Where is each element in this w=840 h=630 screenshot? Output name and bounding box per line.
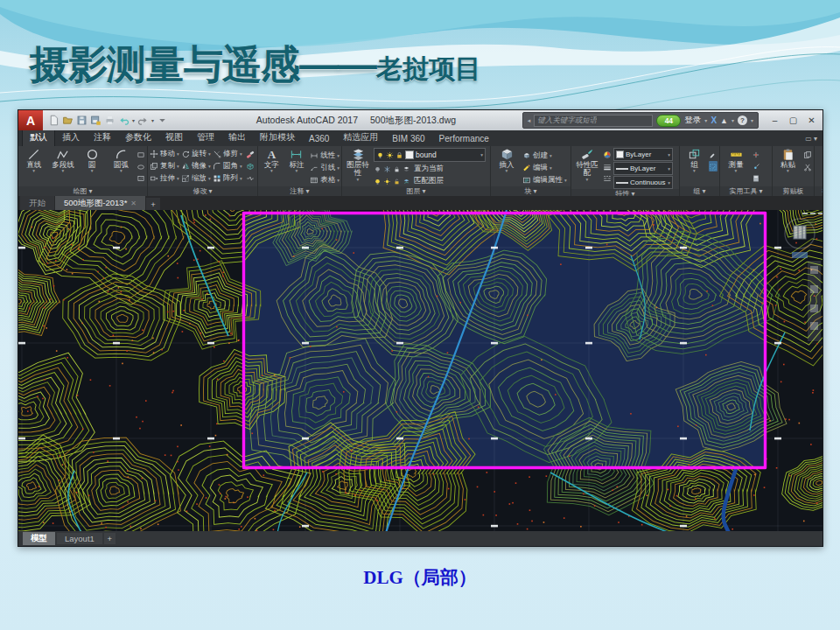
panel-title-utilities[interactable]: 实用工具 ▾ <box>720 186 772 196</box>
open-file-button[interactable] <box>62 115 74 126</box>
ribbon-tab-BIM 360[interactable]: BIM 360 <box>385 132 431 146</box>
panel-title-properties[interactable]: 特性 ▾ <box>571 189 679 196</box>
property-select-1[interactable]: ByLayer▾ <box>613 162 673 175</box>
panel-title-layers[interactable]: 图层 ▾ <box>342 186 490 196</box>
button-编辑[interactable]: 编辑▾ <box>522 162 567 173</box>
layer-unlock-button[interactable] <box>393 176 401 186</box>
calc-button[interactable] <box>752 173 760 183</box>
ellipse-button[interactable] <box>136 161 145 171</box>
group-select-button[interactable] <box>709 161 718 171</box>
button-拉伸[interactable]: 拉伸▾ <box>150 173 181 185</box>
panel-title-modify[interactable]: 修改 ▾ <box>148 186 257 196</box>
button-置为当前[interactable]: 置为当前 <box>414 164 444 174</box>
ribbon-tab-管理[interactable]: 管理 <box>190 130 221 146</box>
ribbon-tab-Performance[interactable]: Performance <box>432 132 496 146</box>
layout-tab-模型[interactable]: 模型 <box>23 532 55 545</box>
ribbon-tab-参数化[interactable]: 参数化 <box>118 130 158 146</box>
point-button[interactable] <box>752 150 760 159</box>
chevron-down-icon[interactable]: ▾ <box>132 117 135 123</box>
button-测量[interactable]: 测量▾ <box>722 148 750 174</box>
layer-match-button[interactable] <box>402 176 410 186</box>
customize-button[interactable] <box>157 115 168 126</box>
file-tab-500地形图-2013*[interactable]: 500地形图-2013*✕ <box>55 196 145 210</box>
layout-tab-Layout1[interactable]: Layout1 <box>57 533 102 544</box>
chevron-down-icon[interactable]: ▾ <box>732 117 734 123</box>
button-镜像[interactable]: 镜像▾ <box>181 161 213 172</box>
layer-dropdown[interactable]: bound▾ <box>374 148 486 162</box>
rectangle-button[interactable] <box>136 150 145 159</box>
button-修剪[interactable]: 修剪▾ <box>213 149 244 160</box>
ribbon-tab-精选应用[interactable]: 精选应用 <box>336 130 385 146</box>
save-button[interactable] <box>76 115 88 126</box>
linetype-button[interactable] <box>603 173 612 183</box>
ribbon-tab-插入[interactable]: 插入 <box>55 130 87 146</box>
layer-off-button[interactable] <box>374 164 382 173</box>
erase-button[interactable] <box>246 150 255 159</box>
panel-title-groups[interactable]: 组 ▾ <box>680 186 719 196</box>
panel-title-annotation[interactable]: 注释 ▾ <box>258 186 341 196</box>
chevron-down-icon[interactable]: ▾ <box>751 117 753 123</box>
chevron-down-icon[interactable]: ▾ <box>704 117 707 123</box>
button-引线[interactable]: 引线▾ <box>310 162 340 173</box>
button-线性[interactable]: 线性▾ <box>310 150 340 161</box>
button-创建[interactable]: 创建▾ <box>522 150 567 161</box>
button-图层特性[interactable]: 图层特性▾ <box>344 148 372 182</box>
button-圆弧[interactable]: 圆弧▾ <box>108 148 135 174</box>
button-直线[interactable]: 直线▾ <box>20 148 47 174</box>
property-select-2[interactable]: Continuous▾ <box>613 176 673 189</box>
restore-button[interactable]: ▢ <box>784 116 802 125</box>
button-特性匹配[interactable]: 特性匹配▾ <box>573 148 601 182</box>
help-icon[interactable]: ? <box>738 116 747 125</box>
ribbon-tab-A360[interactable]: A360 <box>302 132 336 146</box>
copy-clip-button[interactable] <box>803 150 812 159</box>
button-粘贴[interactable]: 粘贴▾ <box>774 148 802 174</box>
button-组[interactable]: 组▾ <box>682 148 707 174</box>
button-缩放[interactable]: 缩放▾ <box>181 173 213 185</box>
redo-button[interactable] <box>137 115 149 126</box>
break-button[interactable] <box>246 173 255 183</box>
new-layout-tab[interactable]: + <box>104 533 116 544</box>
panel-title-clipboard[interactable]: 剪贴板 <box>773 186 814 196</box>
ribbon-tab-输出[interactable]: 输出 <box>221 130 253 146</box>
button-旋转[interactable]: 旋转▾ <box>181 149 213 160</box>
signin-button[interactable]: 登录 <box>684 115 701 126</box>
button-基点[interactable]: 基点▾ <box>816 148 822 174</box>
lineweight-button[interactable] <box>603 161 612 171</box>
button-圆[interactable]: 圆▾ <box>79 148 106 174</box>
id-point-button[interactable] <box>752 161 760 171</box>
file-tab-开始[interactable]: 开始 <box>20 196 54 210</box>
color-wheel-button[interactable] <box>603 150 612 159</box>
ribbon-tab-附加模块[interactable]: 附加模块 <box>253 130 302 146</box>
close-tab-icon[interactable]: ✕ <box>130 200 136 207</box>
new-drawing-tab[interactable]: + <box>146 198 160 210</box>
layer-isolate-button[interactable] <box>402 164 410 173</box>
drawing-area[interactable] <box>18 210 822 531</box>
hatch-button[interactable] <box>136 173 145 183</box>
layer-on-button[interactable] <box>374 176 382 186</box>
layer-thaw-button[interactable] <box>383 176 391 186</box>
button-圆角[interactable]: 圆角▾ <box>213 161 244 172</box>
notification-badge[interactable]: 44 <box>656 115 681 127</box>
ribbon-tab-默认[interactable]: 默认 <box>22 129 55 146</box>
button-多段线[interactable]: 多段线▾ <box>49 148 76 174</box>
app-store-icon[interactable]: ▲ <box>720 116 728 125</box>
map-canvas[interactable] <box>18 210 822 531</box>
explode-button[interactable] <box>246 161 255 171</box>
ribbon-tab-注释[interactable]: 注释 <box>87 130 118 146</box>
print-button[interactable] <box>104 115 116 126</box>
button-插入[interactable]: 插入▾ <box>493 148 521 174</box>
close-button[interactable]: ✕ <box>802 116 821 125</box>
undo-button[interactable] <box>118 115 130 126</box>
ribbon-tab-视图[interactable]: 视图 <box>158 130 190 146</box>
property-select-0[interactable]: ByLayer▾ <box>613 148 673 161</box>
layer-freeze-button[interactable] <box>383 164 391 173</box>
group-edit-button[interactable] <box>709 150 718 159</box>
button-表格[interactable]: 表格▾ <box>310 174 340 186</box>
button-复制[interactable]: 复制▾ <box>150 161 181 172</box>
layer-lock-button[interactable] <box>393 164 401 173</box>
button-文字[interactable]: A文字▾ <box>260 148 284 174</box>
button-标注[interactable]: 标注▾ <box>285 148 309 174</box>
chevron-down-icon[interactable]: ▾ <box>151 117 154 123</box>
autocad-logo-icon[interactable]: A <box>18 110 43 130</box>
search-input[interactable]: 键入关键字或短语 <box>534 115 653 127</box>
